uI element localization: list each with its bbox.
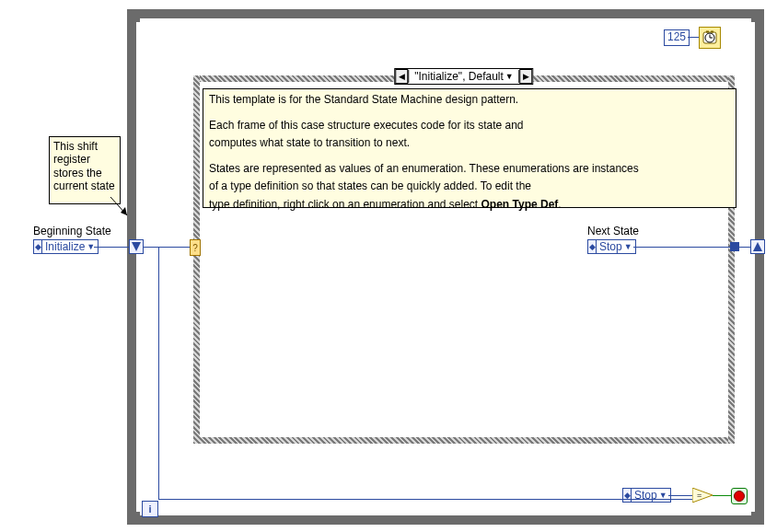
block-diagram-canvas: 125 ◀ "Initialize", Default ▼ ▶ This tem… bbox=[0, 0, 777, 532]
svg-rect-4 bbox=[706, 31, 709, 33]
wait-ms-constant[interactable]: 125 bbox=[664, 29, 690, 46]
help-line: This template is for the Standard State … bbox=[209, 93, 730, 108]
tip-text: This shift register stores the current s… bbox=[53, 140, 115, 192]
svg-marker-7 bbox=[121, 207, 127, 215]
wire bbox=[668, 495, 692, 496]
enum-grip-icon: ◆ bbox=[622, 488, 632, 503]
wire bbox=[739, 247, 750, 248]
help-line: Each frame of this case structure execut… bbox=[209, 119, 730, 133]
wire bbox=[158, 247, 159, 499]
help-comment: This template is for the Standard State … bbox=[203, 88, 736, 208]
help-line: computes what state to transition to nex… bbox=[209, 136, 730, 151]
while-loop-border bbox=[127, 515, 764, 525]
dropdown-icon: ▼ bbox=[505, 72, 514, 81]
case-selector-terminal[interactable]: ? bbox=[190, 239, 201, 256]
help-line: of a type definition so that states can … bbox=[209, 179, 730, 194]
tip-arrow-icon bbox=[109, 195, 134, 223]
equal-function-icon[interactable]: = bbox=[692, 488, 713, 503]
shift-register-left[interactable] bbox=[129, 239, 144, 254]
svg-text:=: = bbox=[697, 491, 702, 500]
stop-icon bbox=[734, 491, 745, 502]
enum-value[interactable]: Initialize ▼ bbox=[42, 239, 99, 254]
svg-rect-5 bbox=[711, 31, 713, 33]
loop-condition-terminal[interactable] bbox=[731, 488, 748, 504]
wire bbox=[94, 247, 129, 248]
case-prev-arrow-icon[interactable]: ◀ bbox=[395, 69, 408, 84]
compare-stop-enum[interactable]: ◆ Stop ▼ bbox=[622, 488, 671, 503]
next-state-label: Next State bbox=[587, 225, 639, 237]
help-line: type definition, right click on an enume… bbox=[209, 198, 730, 213]
next-state-enum[interactable]: ◆ Stop ▼ bbox=[587, 239, 636, 254]
while-loop-border bbox=[127, 9, 136, 525]
dropdown-icon: ▼ bbox=[624, 242, 632, 251]
wire bbox=[688, 37, 699, 38]
case-selector-label[interactable]: "Initialize", Default ▼ bbox=[408, 70, 519, 83]
case-next-arrow-icon[interactable]: ▶ bbox=[520, 69, 533, 84]
case-selector-text: "Initialize", Default bbox=[414, 70, 504, 83]
case-selector[interactable]: ◀ "Initialize", Default ▼ ▶ bbox=[394, 68, 533, 85]
wait-ms-function-icon[interactable] bbox=[699, 27, 721, 49]
while-loop-border bbox=[127, 9, 764, 18]
wire bbox=[144, 247, 190, 248]
enum-grip-icon: ◆ bbox=[587, 239, 597, 254]
beginning-state-enum[interactable]: ◆ Initialize ▼ bbox=[33, 239, 99, 254]
shift-register-right[interactable] bbox=[750, 239, 765, 254]
enum-value[interactable]: Stop ▼ bbox=[597, 239, 636, 254]
boolean-wire bbox=[713, 495, 731, 496]
svg-marker-9 bbox=[753, 242, 762, 251]
wire bbox=[633, 247, 730, 248]
enum-grip-icon: ◆ bbox=[33, 239, 42, 254]
help-line: States are represented as values of an e… bbox=[209, 162, 730, 177]
wire bbox=[158, 499, 622, 500]
iteration-terminal[interactable]: i bbox=[142, 501, 158, 517]
svg-marker-10 bbox=[692, 488, 713, 503]
tip-comment: This shift register stores the current s… bbox=[49, 136, 121, 204]
case-border bbox=[193, 437, 735, 444]
case-border bbox=[193, 75, 200, 444]
svg-marker-8 bbox=[132, 242, 141, 251]
case-output-tunnel[interactable] bbox=[730, 242, 739, 251]
beginning-state-label: Beginning State bbox=[33, 225, 111, 237]
wire bbox=[622, 499, 692, 500]
while-loop-border bbox=[755, 9, 764, 525]
enum-value[interactable]: Stop ▼ bbox=[632, 488, 671, 503]
